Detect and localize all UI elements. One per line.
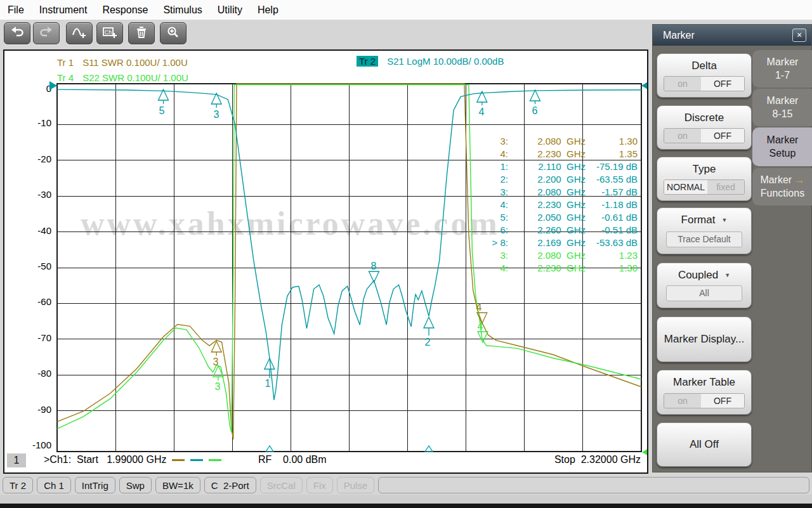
zoom-in-icon (166, 25, 181, 42)
menu-item-instrument[interactable]: Instrument (39, 4, 88, 16)
marker-label: 4 (479, 107, 485, 117)
channel-start[interactable]: >Ch1: Start 1.99000 GHz (44, 454, 221, 466)
status-active-trace[interactable]: Tr 2 (3, 477, 33, 493)
tab-marker-setup[interactable]: Marker Setup (752, 127, 812, 166)
delete-button[interactable] (128, 22, 155, 44)
arrow-right-icon: → (795, 174, 805, 185)
delta-button[interactable]: Delta on OFF (657, 53, 752, 98)
zoom-button[interactable] (160, 22, 187, 44)
marker-readout-row: 3:2.080 GHz-1.57 dB (473, 186, 638, 199)
status-calibration[interactable]: C 2-Port (204, 477, 256, 493)
marker-table-toggle[interactable]: on OFF (664, 393, 745, 408)
status-fix[interactable]: Fix (306, 477, 333, 493)
measurement-display: Tr 1S11 SWR 0.100U/ 1.00U Tr 2S21 LogM 1… (3, 49, 648, 474)
discrete-label: Discrete (657, 106, 751, 124)
tr4-legend-dash (209, 459, 221, 461)
marker-readout-row: 3:2.080 GHz1.23 (473, 250, 638, 263)
trash-icon (134, 25, 149, 42)
menu-bar: File Instrument Response Stimulus Utilit… (0, 0, 812, 20)
rf-power-readout[interactable]: RF 0.00 dBm (258, 454, 327, 466)
marker-label: 3 (214, 109, 219, 120)
marker-table-button[interactable]: Marker Table on OFF (657, 370, 752, 415)
add-channel-button[interactable]: Ch (96, 22, 123, 44)
discrete-off-option[interactable]: OFF (701, 129, 744, 143)
marker-table-off-option[interactable]: OFF (701, 394, 744, 408)
close-button[interactable]: × (792, 29, 806, 42)
discrete-toggle[interactable]: on OFF (664, 128, 745, 143)
menu-item-file[interactable]: File (8, 4, 24, 16)
add-channel-icon: Ch (102, 25, 117, 42)
format-value[interactable]: Trace Default (666, 231, 742, 247)
marker-label: 4 (478, 321, 483, 332)
marker-table-on-option[interactable]: on (664, 394, 701, 408)
channel-number-badge[interactable]: 1 (7, 453, 26, 467)
status-trigger[interactable]: IntTrig (75, 477, 115, 493)
chevron-down-icon: ▼ (724, 272, 730, 278)
delta-label: Delta (657, 54, 751, 72)
type-label: Type (657, 157, 751, 176)
coupled-label: Coupled▼ (657, 263, 751, 282)
undo-icon (10, 25, 25, 42)
marker-label: 3 (213, 356, 219, 367)
tab-marker-8-15[interactable]: Marker 8-15 (752, 89, 812, 126)
marker-table-label: Marker Table (657, 370, 751, 389)
delta-toggle[interactable]: on OFF (664, 76, 745, 91)
discrete-on-option[interactable]: on (664, 129, 701, 143)
marker-panel-title: Marker (663, 30, 695, 41)
coupled-button[interactable]: Coupled▼ All (657, 263, 752, 308)
status-message-field (378, 477, 809, 493)
menu-item-help[interactable]: Help (258, 4, 278, 16)
menu-item-stimulus[interactable]: Stimulus (163, 4, 202, 16)
channel-status-line: 1 >Ch1: Start 1.99000 GHz RF 0.00 dBm St… (4, 453, 647, 470)
status-srccal[interactable]: SrcCal (260, 477, 303, 493)
tr2-legend-dash (190, 459, 203, 461)
marker-display-label: Marker Display... (664, 333, 744, 346)
type-toggle[interactable]: NORMAL fixed (664, 179, 745, 195)
add-trace-icon (72, 25, 87, 42)
close-icon: × (797, 30, 802, 40)
status-active-channel[interactable]: Ch 1 (37, 477, 71, 493)
redo-icon (39, 25, 54, 42)
menu-item-response[interactable]: Response (102, 4, 148, 16)
status-bandwidth[interactable]: BW=1k (155, 477, 200, 493)
type-button[interactable]: Type NORMAL fixed (657, 157, 752, 201)
marker-label: 4 (476, 302, 482, 313)
add-trace-button[interactable] (66, 22, 93, 44)
marker-readout-row: 2:2.200 GHz-63.55 dB (473, 174, 638, 186)
status-bar: Tr 2 Ch 1 IntTrig Swp BW=1k C 2-Port Src… (0, 476, 812, 495)
marker-readout-row: 4:2.230 GHz1.35 (473, 148, 638, 161)
marker-label: 5 (159, 105, 165, 116)
marker-readout-row: 3:2.080 GHz1.30 (473, 136, 638, 148)
marker-panel: Marker × Delta on OFF Discrete on OFF Ty… (652, 24, 812, 472)
bottom-edge (0, 504, 812, 508)
marker-readout-row: 5:2.050 GHz-0.61 dB (473, 212, 638, 225)
type-fixed-option[interactable]: fixed (707, 180, 744, 194)
marker-label: 6 (532, 105, 538, 116)
marker-display-button[interactable]: Marker Display... (657, 316, 752, 362)
type-normal-option[interactable]: NORMAL (664, 180, 707, 194)
marker-readout-row: 1:2.110 GHz-75.19 dB (473, 161, 638, 174)
tab-marker-functions[interactable]: Marker →Functions (752, 168, 812, 205)
all-off-button[interactable]: All Off (657, 422, 752, 467)
menu-item-utility[interactable]: Utility (218, 4, 242, 16)
status-sweep[interactable]: Swp (119, 477, 152, 493)
delta-on-option[interactable]: on (664, 77, 701, 91)
delta-off-option[interactable]: OFF (701, 77, 744, 91)
marker-readout-row: 4:2.230 GHz-1.18 dB (473, 199, 638, 212)
marker-panel-header: Marker × (653, 25, 811, 46)
tab-marker-1-7[interactable]: Marker 1-7 (752, 50, 812, 88)
marker-label: 8 (371, 261, 377, 271)
undo-button[interactable] (4, 22, 30, 44)
vna-application-window: File Instrument Response Stimulus Utilit… (0, 0, 812, 508)
tr1-legend-dash (172, 459, 185, 461)
channel-stop[interactable]: Stop 2.32000 GHz (554, 454, 641, 466)
format-label: Format▼ (657, 208, 751, 226)
discrete-button[interactable]: Discrete on OFF (657, 105, 752, 150)
status-pulse[interactable]: Pulse (337, 477, 375, 493)
marker-label: 3 (215, 381, 221, 392)
format-button[interactable]: Format▼ Trace Default (657, 207, 752, 254)
marker-readout-row-active: > 8:2.169 GHz-53.63 dB (473, 237, 638, 250)
coupled-value[interactable]: All (666, 285, 742, 301)
svg-text:Ch: Ch (105, 29, 112, 35)
redo-button[interactable] (33, 22, 60, 44)
